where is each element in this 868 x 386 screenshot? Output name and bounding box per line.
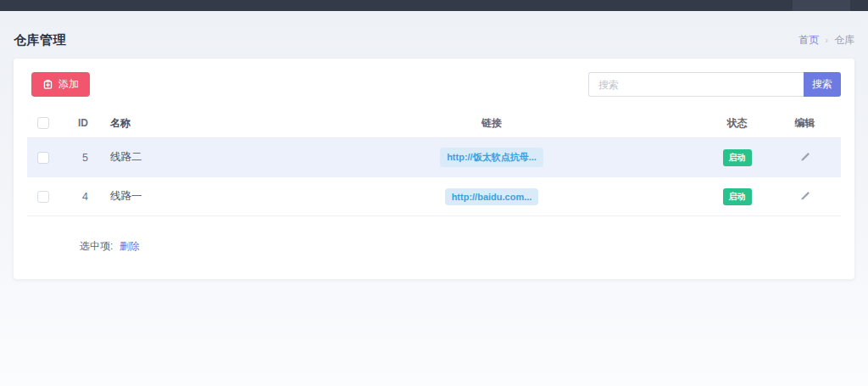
clipboard-plus-icon — [42, 79, 53, 90]
status-badge[interactable]: 启动 — [723, 188, 752, 205]
row-id: 4 — [59, 191, 100, 203]
table-header-row: ID 名称 链接 状态 编辑 — [27, 109, 841, 138]
status-badge[interactable]: 启动 — [723, 149, 752, 166]
search-button[interactable]: 搜索 — [804, 72, 841, 97]
pencil-icon — [799, 190, 811, 202]
row-link-badge[interactable]: http://baidu.com... — [445, 188, 539, 205]
delete-selected-link[interactable]: 删除 — [120, 240, 140, 252]
edit-button[interactable] — [798, 149, 813, 165]
column-header-id: ID — [59, 117, 100, 129]
page-title: 仓库管理 — [14, 32, 66, 48]
add-button-label: 添加 — [58, 77, 79, 92]
select-all-checkbox[interactable] — [37, 117, 49, 129]
selection-actions: 选中项: 删除 — [80, 239, 841, 254]
add-button[interactable]: 添加 — [31, 72, 90, 97]
table-row: 4 线路一 http://baidu.com... 启动 — [27, 177, 841, 216]
breadcrumb-current: 仓库 — [834, 33, 854, 48]
breadcrumb: 首页 › 仓库 — [798, 33, 854, 48]
search-group: 搜索 — [588, 72, 841, 97]
topbar-active-item[interactable] — [793, 0, 850, 11]
edit-button[interactable] — [798, 188, 813, 204]
row-checkbox[interactable] — [37, 152, 49, 164]
column-header-status: 状态 — [701, 116, 773, 131]
table-row: 5 线路二 http://饭太软点抗母... 启动 — [27, 138, 841, 177]
chevron-right-icon: › — [825, 35, 828, 45]
row-checkbox[interactable] — [37, 191, 49, 203]
column-header-edit: 编辑 — [773, 116, 837, 131]
breadcrumb-home-link[interactable]: 首页 — [798, 33, 819, 48]
page-header: 仓库管理 首页 › 仓库 — [0, 29, 868, 51]
row-link-badge[interactable]: http://饭太软点抗母... — [440, 148, 543, 167]
warehouse-table: ID 名称 链接 状态 编辑 5 线路二 http://饭太软点抗母... 启动 — [27, 109, 841, 216]
row-name: 线路二 — [100, 150, 282, 165]
top-navigation-bar — [0, 0, 868, 11]
column-header-name: 名称 — [100, 116, 282, 131]
row-id: 5 — [59, 152, 100, 164]
row-name: 线路一 — [100, 189, 282, 204]
selected-items-label: 选中项: — [80, 240, 113, 252]
column-header-link: 链接 — [282, 116, 701, 131]
table-toolbar: 添加 搜索 — [27, 72, 841, 97]
search-input[interactable] — [588, 72, 804, 97]
warehouse-table-card: 添加 搜索 ID 名称 链接 状态 编辑 5 线路二 http://饭太软点抗母… — [14, 59, 854, 279]
pencil-icon — [799, 151, 811, 163]
